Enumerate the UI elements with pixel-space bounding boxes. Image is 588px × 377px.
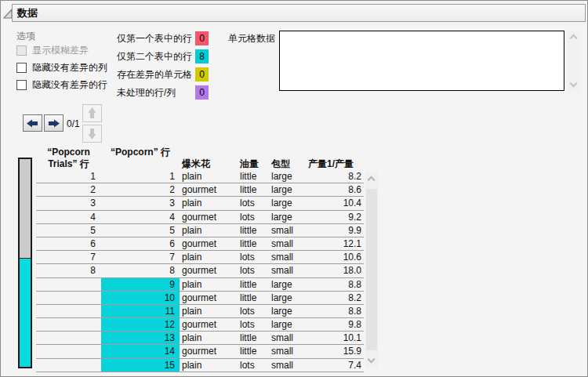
legend-item-label: 未处理的行/列 (117, 87, 176, 98)
checkbox-label: 隐藏没有差异的行 (32, 78, 107, 92)
option-checkbox-row: 隐藏没有差异的行 (16, 79, 114, 90)
checkbox[interactable] (16, 63, 27, 73)
legend-item-label: 存在差异的单元格 (117, 69, 192, 80)
table-row[interactable]: 4 4 gourmet lots large 9.2 (36, 211, 364, 224)
scrollbar-thumb[interactable] (366, 189, 377, 350)
option-checkbox-row: 显示模糊差异 (16, 45, 114, 56)
checkbox-label: 显示模糊差异 (32, 44, 89, 57)
scroll-down-button[interactable] (82, 125, 102, 143)
checkbox-label: 隐藏没有差异的列 (32, 61, 107, 74)
table-row[interactable]: 12 gourmet lots large 9.8 (36, 318, 364, 332)
comparison-table: “Popcorn Trials” 行 “Popcorn” 行 爆米花 油量 包型 (36, 147, 364, 372)
table-row[interactable]: 2 2 gourmet little large 8.6 (36, 183, 364, 197)
column-header-table2-row[interactable]: “Popcorn” 行 (101, 147, 180, 170)
table-header-row: “Popcorn Trials” 行 “Popcorn” 行 爆米花 油量 包型 (36, 147, 364, 170)
table-row[interactable]: 11 plain lots large 8.8 (36, 305, 364, 318)
map-matched-rows-segment (20, 159, 31, 258)
legend-item: 仅第二个表中的行 8 (117, 49, 211, 63)
previous-difference-button[interactable] (23, 114, 42, 132)
option-checkbox-row: 隐藏没有差异的列 (16, 62, 114, 73)
difference-map-bar[interactable] (18, 158, 32, 368)
table-row[interactable]: 9 plain little large 8.8 (36, 278, 364, 292)
column-header-oil[interactable]: 油量 (238, 147, 270, 170)
next-difference-button[interactable] (44, 114, 64, 132)
scroll-up-button[interactable] (82, 104, 102, 122)
table-row[interactable]: 1 1 plain little large 8.2 (36, 170, 364, 183)
arrow-right-icon (48, 119, 60, 128)
table-row[interactable]: 7 7 plain lots small 10.6 (36, 251, 364, 264)
legend-item-label: 仅第二个表中的行 (117, 51, 192, 62)
column-header-table1-row[interactable]: “Popcorn Trials” 行 (36, 147, 101, 170)
legend: 仅第一个表中的行 0 仅第二个表中的行 8 存在差异的单元格 0 未处理的行/列… (117, 31, 211, 103)
difference-counter: 0/1 (67, 118, 80, 129)
table-body: 1 1 plain little large 8.2 2 2 gourmet l… (36, 170, 364, 372)
scroll-down-icon[interactable] (570, 80, 578, 88)
table-scrollbar[interactable] (365, 172, 378, 368)
column-header-popcorn[interactable]: 爆米花 (180, 147, 238, 170)
legend-item: 存在差异的单元格 0 (117, 67, 211, 82)
cell-data-box[interactable] (279, 31, 564, 91)
legend-item: 仅第一个表中的行 0 (117, 31, 211, 45)
column-header-batch[interactable]: 包型 (270, 147, 307, 170)
options-list: 显示模糊差异 隐藏没有差异的列 隐藏没有差异的行 (16, 45, 114, 96)
arrow-left-icon (27, 119, 38, 128)
arrow-up-icon (88, 107, 96, 119)
legend-count-badge: 0 (195, 31, 209, 45)
table-row[interactable]: 14 gourmet little small 15.9 (36, 345, 364, 358)
table-row[interactable]: 13 plain little small 10.1 (36, 332, 364, 345)
scroll-up-icon[interactable] (570, 34, 578, 42)
legend-item-label: 仅第一个表中的行 (117, 33, 192, 44)
cell-data-scrollbar[interactable] (568, 31, 580, 91)
scroll-up-icon[interactable] (368, 176, 376, 184)
legend-count-badge: 8 (195, 49, 209, 63)
arrow-down-icon (88, 128, 96, 140)
column-header-yield[interactable]: 产量1/产量 (307, 147, 364, 170)
table-row[interactable]: 5 5 plain little small 9.9 (36, 224, 364, 237)
checkbox[interactable] (16, 80, 27, 90)
cell-data-label: 单元格数据 (228, 32, 275, 45)
table-row[interactable]: 15 plain lots small 7.4 (36, 359, 364, 372)
table-row[interactable]: 6 6 gourmet little small 12.1 (36, 237, 364, 251)
table-row[interactable]: 8 8 gourmet lots small 18.0 (36, 264, 364, 277)
compare-data-panel: 数据 选项 显示模糊差异 隐藏没有差异的列 隐藏没有差异的行 仅第一个表中的行 … (0, 0, 588, 377)
legend-count-badge: 0 (195, 67, 209, 82)
panel-title[interactable]: 数据 (12, 4, 586, 22)
legend-count-badge: 0 (195, 85, 209, 100)
table-row[interactable]: 3 3 plain lots large 10.4 (36, 197, 364, 210)
checkbox (16, 45, 27, 56)
map-only-second-table-segment (20, 258, 31, 367)
options-section-label: 选项 (16, 30, 35, 43)
table-row[interactable]: 10 gourmet little large 8.2 (36, 292, 364, 305)
scroll-down-icon[interactable] (368, 356, 376, 364)
legend-item: 未处理的行/列 0 (117, 85, 211, 100)
